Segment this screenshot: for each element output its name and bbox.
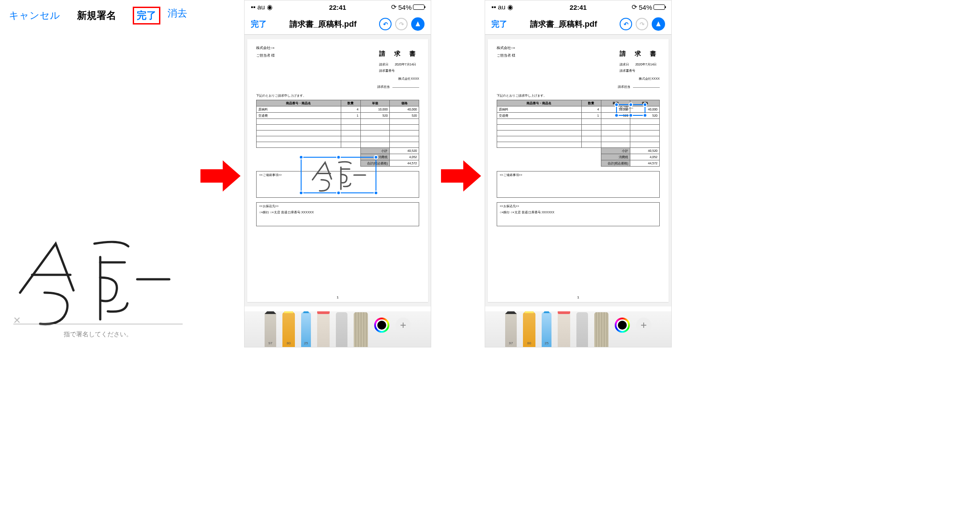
arrow-icon <box>200 160 241 192</box>
signature-stroke <box>13 230 174 328</box>
done-button[interactable]: 完了 <box>133 7 160 24</box>
clear-button[interactable]: 消去 <box>167 7 187 24</box>
status-left: ▪▪ au ◉ <box>251 3 273 11</box>
memo-box: <<ご連絡事項>> <box>497 171 660 198</box>
toolbar-done-button[interactable]: 完了 <box>491 19 507 29</box>
add-button[interactable]: + <box>636 318 651 333</box>
document-area[interactable]: 株式会社○× ご担当者 様 請 求 書 請求日 2020年7月14日 請求書番号… <box>245 35 431 306</box>
page-number: 1 <box>337 295 339 299</box>
battery-icon <box>413 4 425 10</box>
battery-icon <box>653 4 665 10</box>
undo-icon[interactable]: ↶ <box>620 18 632 30</box>
bank-box: <<お振込先>>○×銀行 ○×支店 普通 口座番号:XXXXXX <box>256 202 419 226</box>
bank-box: <<お振込先>>○×銀行 ○×支店 普通 口座番号:XXXXXX <box>497 202 660 226</box>
redo-icon: ↷ <box>395 18 408 30</box>
signature-sheet: キャンセル 新規署名 完了 消去 指で署名してください。 <box>0 0 196 356</box>
wifi-icon: ◉ <box>507 3 513 11</box>
status-right: ⟳ 54% <box>632 3 665 11</box>
agent-line: 請求担当 <box>256 85 419 89</box>
signature-line <box>13 324 183 324</box>
signature-area[interactable]: 指で署名してください。 <box>13 230 183 339</box>
document-area[interactable]: 株式会社○× ご担当者 様 請 求 書 請求日 2020年7月14日 請求書番号… <box>485 35 671 306</box>
signature-hint: 指で署名してください。 <box>13 331 183 339</box>
color-picker-button[interactable] <box>615 318 630 333</box>
pdf-page: 株式会社○× ご担当者 様 請 求 書 請求日 2020年7月14日 請求書番号… <box>488 39 669 302</box>
pen-tool[interactable]: 25 <box>301 312 311 347</box>
pdf-page: 株式会社○× ご担当者 様 請 求 書 請求日 2020年7月14日 請求書番号… <box>247 39 428 302</box>
toolbar-title: 請求書_原稿料.pdf <box>290 19 357 29</box>
markup-tools: 97 80 25 + <box>485 311 671 347</box>
company-name: 株式会社○× <box>497 45 515 50</box>
ruler-tool[interactable] <box>354 312 368 347</box>
markup-toolbar: 完了 請求書_原稿料.pdf ↶ ↷ <box>245 14 431 35</box>
signal-icon: ▪▪ <box>491 3 496 11</box>
signature-placed-selected[interactable]: 今淳一 <box>616 104 645 116</box>
arrow-icon <box>441 160 481 192</box>
status-bar: ▪▪ au ◉ 22:41 ⟳ 54% <box>485 0 671 14</box>
eraser-tool[interactable] <box>558 312 570 347</box>
signal-icon: ▪▪ <box>251 3 256 11</box>
color-picker-button[interactable] <box>374 318 389 333</box>
sheet-title: 新規署名 <box>77 9 116 22</box>
status-time: 22:41 <box>329 4 346 11</box>
rotation-lock-icon: ⟳ <box>632 3 637 11</box>
company-name: 株式会社○× <box>256 45 275 50</box>
doc-title: 請 求 書 <box>379 50 419 58</box>
page-number: 1 <box>577 295 579 299</box>
status-left: ▪▪ au ◉ <box>491 3 513 11</box>
status-bar: ▪▪ au ◉ 22:41 ⟳ 54% <box>245 0 431 14</box>
status-right: ⟳ 54% <box>391 3 425 11</box>
wifi-icon: ◉ <box>267 3 273 11</box>
eraser-tool[interactable] <box>317 312 330 347</box>
markup-toolbar: 完了 請求書_原稿料.pdf ↶ ↷ <box>485 14 671 35</box>
pencil-tool[interactable]: 97 <box>505 312 517 347</box>
lasso-tool[interactable] <box>576 312 588 347</box>
markup-pen-icon[interactable] <box>411 17 425 31</box>
undo-icon[interactable]: ↶ <box>379 18 392 30</box>
marker-tool[interactable]: 80 <box>523 312 535 347</box>
signature-image <box>302 158 376 192</box>
status-time: 22:41 <box>570 4 587 11</box>
redo-icon: ↷ <box>636 18 648 30</box>
attention: ご担当者 様 <box>256 53 275 58</box>
cancel-button[interactable]: キャンセル <box>9 9 60 22</box>
bill-to: 株式会社XXXX <box>497 77 660 81</box>
marker-tool[interactable]: 80 <box>282 312 295 347</box>
markup-tools: 97 80 25 + <box>245 311 431 347</box>
rotation-lock-icon: ⟳ <box>391 3 397 11</box>
lasso-tool[interactable] <box>336 312 347 347</box>
intro-note: 下記のとおりご請求申し上げます。 <box>256 94 419 98</box>
pencil-tool[interactable]: 97 <box>265 312 276 347</box>
sheet-header: キャンセル 新規署名 完了 消去 <box>0 0 196 31</box>
toolbar-title: 請求書_原稿料.pdf <box>530 19 597 29</box>
add-button[interactable]: + <box>396 318 411 333</box>
markup-pen-icon[interactable] <box>652 17 665 31</box>
signature-placed-selected[interactable] <box>301 157 376 193</box>
agent-line: 請求担当 <box>497 85 660 89</box>
phone-preview-2: ▪▪ au ◉ 22:41 ⟳ 54% 完了 請求書_原稿料.pdf ↶ ↷ 株… <box>244 0 431 347</box>
doc-title: 請 求 書 <box>620 50 660 58</box>
phone-preview-3: ▪▪ au ◉ 22:41 ⟳ 54% 完了 請求書_原稿料.pdf ↶ ↷ 株… <box>485 0 672 347</box>
pen-tool[interactable]: 25 <box>542 312 551 347</box>
bill-to: 株式会社XXXX <box>256 77 419 81</box>
attention: ご担当者 様 <box>497 53 515 58</box>
ruler-tool[interactable] <box>594 312 608 347</box>
toolbar-done-button[interactable]: 完了 <box>251 19 267 29</box>
intro-note: 下記のとおりご請求申し上げます。 <box>497 94 660 98</box>
